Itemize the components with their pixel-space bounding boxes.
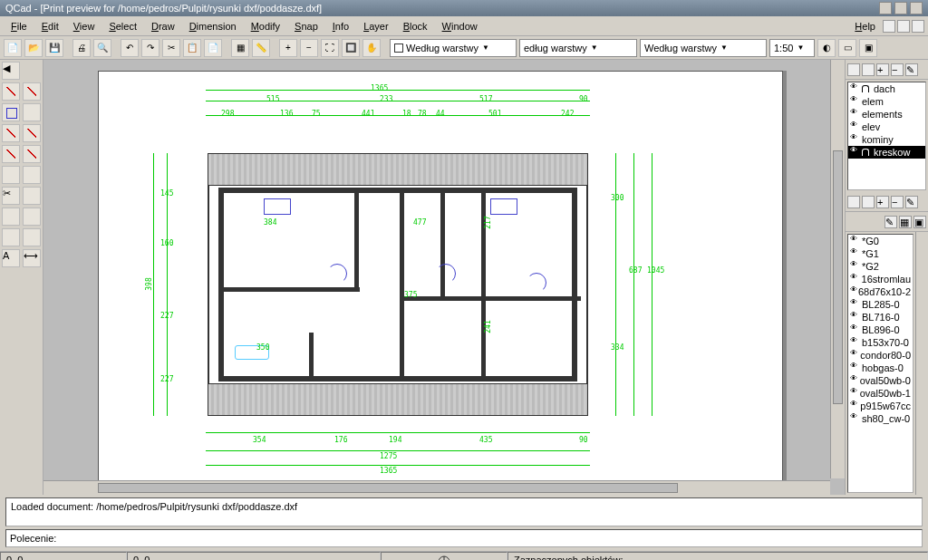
eye-icon[interactable] xyxy=(850,84,859,93)
cut-button[interactable]: ✂ xyxy=(162,39,180,57)
rectangle-tool[interactable] xyxy=(2,103,20,121)
add-layer-button[interactable]: + xyxy=(876,63,889,76)
scissors-tool[interactable]: ✂ xyxy=(2,187,20,205)
menu-window[interactable]: Window xyxy=(435,19,485,34)
paste-button[interactable]: 📄 xyxy=(204,39,222,57)
line-tool[interactable] xyxy=(2,82,20,101)
ruler-button[interactable]: 📏 xyxy=(252,39,270,57)
menu-block[interactable]: Block xyxy=(396,19,435,34)
line-vertical-tool[interactable] xyxy=(23,145,41,163)
zoom-in-button[interactable]: + xyxy=(279,39,297,57)
eye-icon[interactable] xyxy=(850,287,856,296)
eye-icon[interactable] xyxy=(850,237,859,246)
mdi-close-icon[interactable] xyxy=(912,20,924,33)
add-block-button[interactable]: + xyxy=(876,196,889,208)
eye-icon[interactable] xyxy=(850,135,859,144)
eye-icon[interactable] xyxy=(850,148,859,157)
rename-block-button[interactable]: ✎ xyxy=(884,216,897,228)
grid-toggle-button[interactable]: ▦ xyxy=(231,39,249,57)
maximize-button[interactable] xyxy=(894,2,907,14)
eye-icon[interactable] xyxy=(850,325,859,334)
scale-combo[interactable]: 1:50▼ xyxy=(769,39,815,57)
show-all-layers-button[interactable] xyxy=(847,63,860,76)
line2-tool[interactable] xyxy=(23,82,41,101)
eye-icon[interactable] xyxy=(850,122,859,131)
menu-dimension[interactable]: Dimension xyxy=(182,19,244,34)
layer-list[interactable]: dach elem elements elev kominy kreskow xyxy=(847,82,926,190)
menu-file[interactable]: File xyxy=(4,19,34,34)
dimension-tool[interactable]: ⟷ xyxy=(23,249,41,267)
text-tool[interactable]: A xyxy=(2,249,20,267)
drawing-area[interactable]: 1365 515 233 517 90 298 136 75 441 18 78… xyxy=(44,60,845,495)
menu-edit[interactable]: Edit xyxy=(34,19,66,34)
open-button[interactable]: 📂 xyxy=(24,39,43,57)
save-button[interactable]: 💾 xyxy=(45,39,63,57)
show-all-blocks-button[interactable] xyxy=(847,196,860,208)
eye-icon[interactable] xyxy=(850,401,857,410)
center-page-button[interactable]: ▭ xyxy=(838,39,856,57)
insert-block-button[interactable]: ▦ xyxy=(899,216,912,228)
eye-icon[interactable] xyxy=(850,363,859,372)
line-parallel-tool[interactable] xyxy=(23,124,41,142)
menu-select[interactable]: Select xyxy=(102,19,144,34)
color-combo[interactable]: Według warstwy▼ xyxy=(390,39,517,57)
eye-icon[interactable] xyxy=(850,249,859,258)
zoom-window-button[interactable]: 🔲 xyxy=(342,39,360,57)
ellipse-tool[interactable] xyxy=(2,208,20,226)
remove-block-button[interactable]: − xyxy=(891,196,904,208)
edit-block-button[interactable]: ✎ xyxy=(905,196,918,208)
arc-tool[interactable] xyxy=(2,166,20,184)
eye-icon[interactable] xyxy=(850,376,857,385)
linewidth-combo[interactable]: edług warstwy▼ xyxy=(519,39,637,57)
hide-all-layers-button[interactable] xyxy=(862,63,875,76)
mdi-restore-icon[interactable] xyxy=(897,20,910,33)
menu-layer[interactable]: Layer xyxy=(356,19,396,34)
line-angle-tool[interactable] xyxy=(2,124,20,142)
eye-icon[interactable] xyxy=(850,275,859,284)
menu-view[interactable]: View xyxy=(66,19,102,34)
hatch-tool[interactable] xyxy=(23,228,41,246)
zoom-out-button[interactable]: − xyxy=(300,39,318,57)
command-line[interactable]: Polecenie: xyxy=(5,529,923,547)
eye-icon[interactable] xyxy=(850,389,857,398)
bw-toggle-button[interactable]: ◐ xyxy=(817,39,836,57)
vertical-scrollbar[interactable] xyxy=(830,60,845,478)
pan-button[interactable]: ✋ xyxy=(362,39,381,57)
block-scrollbar[interactable] xyxy=(915,232,928,495)
hide-all-blocks-button[interactable] xyxy=(862,196,875,208)
eye-icon[interactable] xyxy=(850,97,859,106)
eye-icon[interactable] xyxy=(850,300,859,309)
new-button[interactable]: 📄 xyxy=(4,39,22,57)
block-list[interactable]: *G0 *G1 *G2 16stromlau 68d76x10-2 BL285-… xyxy=(847,234,914,493)
eye-icon[interactable] xyxy=(850,313,859,322)
redo-button[interactable]: ↷ xyxy=(141,39,160,57)
horizontal-scrollbar[interactable] xyxy=(44,480,830,495)
line-horizontal-tool[interactable] xyxy=(2,145,20,163)
linetype-combo[interactable]: Według warstwy▼ xyxy=(640,39,767,57)
trim-tool[interactable] xyxy=(23,187,41,205)
eye-icon[interactable] xyxy=(850,338,859,347)
zoom-fit-button[interactable]: ⛶ xyxy=(321,39,339,57)
eye-icon[interactable] xyxy=(850,414,859,423)
print-button[interactable]: 🖨 xyxy=(72,39,91,57)
eye-icon[interactable] xyxy=(850,110,859,119)
menu-help[interactable]: Help xyxy=(847,19,883,34)
circle-tool[interactable] xyxy=(23,166,41,184)
eye-icon[interactable] xyxy=(850,351,857,360)
point-tool[interactable] xyxy=(2,228,20,246)
menu-draw[interactable]: Draw xyxy=(144,19,182,34)
lock-icon[interactable] xyxy=(862,149,869,156)
close-button[interactable] xyxy=(910,2,923,14)
edit-layer-button[interactable]: ✎ xyxy=(905,63,918,76)
polyline-tool[interactable] xyxy=(23,103,41,121)
print-preview-button[interactable]: 🔍 xyxy=(93,39,111,57)
fit-page-button[interactable]: ▣ xyxy=(859,39,877,57)
remove-layer-button[interactable]: − xyxy=(891,63,904,76)
minimize-button[interactable] xyxy=(879,2,892,14)
eye-icon[interactable] xyxy=(850,262,859,271)
menu-info[interactable]: Info xyxy=(325,19,356,34)
create-block-button[interactable]: ▣ xyxy=(914,216,926,228)
lock-icon[interactable] xyxy=(862,85,869,92)
spline-tool[interactable] xyxy=(23,208,41,226)
menu-modify[interactable]: Modify xyxy=(244,19,287,34)
